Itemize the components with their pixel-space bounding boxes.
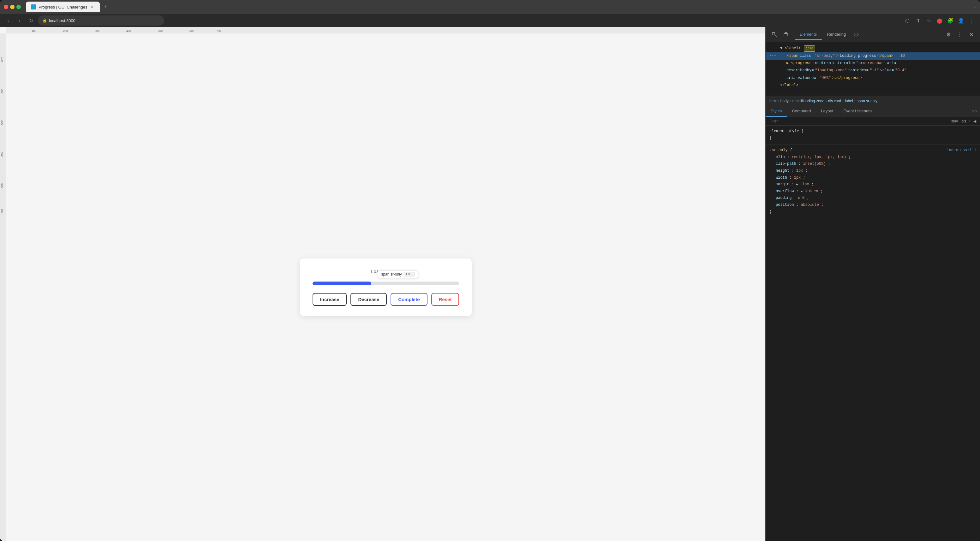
dom-line-progress: ▶ <progress indeterminate role= "progres…	[766, 60, 980, 67]
element-selector-button[interactable]	[769, 30, 780, 40]
bookmark-icon[interactable]: ☆	[924, 16, 933, 25]
style-prop-height: height : 1px ;	[769, 168, 976, 175]
styles-tab-computed[interactable]: Computed	[787, 106, 816, 117]
style-prop-overflow: overflow : ▶ hidden ;	[769, 188, 976, 195]
profile-icon[interactable]: 👤	[957, 16, 966, 25]
menu-button[interactable]: ⋮	[967, 16, 976, 25]
minimize-traffic-light[interactable]	[10, 5, 14, 9]
address-bar: ‹ › ↻ 🔒 localhost:3000 ⬡ ⬆ ☆ ⬤ 🧩 👤 ⋮	[0, 14, 980, 27]
dom-line-span-selected[interactable]: ••• <span class= "sr-only" > Loading pro…	[766, 53, 980, 60]
styles-tab-styles[interactable]: Styles	[766, 106, 787, 117]
ruler-tick-500: 500	[158, 29, 162, 32]
style-prop-width: width : 1px ;	[769, 175, 976, 181]
toolbar-icons: ⬡ ⬆ ☆ ⬤ 🧩 👤 ⋮	[903, 16, 976, 25]
breadcrumb-label[interactable]: label	[845, 99, 853, 103]
tab-bar: 🌐 Progress | GUI Challenges ✕ +	[26, 2, 970, 12]
style-prop-margin: margin : ▶ -1px ;	[769, 181, 976, 188]
devtools-more-button[interactable]: ⋮	[955, 30, 965, 40]
maximize-traffic-light[interactable]	[16, 5, 21, 9]
back-button[interactable]: ‹	[4, 16, 13, 25]
close-traffic-light[interactable]	[4, 5, 8, 9]
devtools-toolbar: Elements Rendering >> ⚙ ⋮ ✕	[766, 27, 980, 42]
browser-tab[interactable]: 🌐 Progress | GUI Challenges ✕	[26, 2, 100, 12]
buttons-row: Increase Decrease Complete Reset	[313, 293, 460, 306]
dom-line-close-label: </label>	[766, 82, 980, 89]
reset-button[interactable]: Reset	[431, 293, 460, 306]
breadcrumb-div[interactable]: div.card	[828, 99, 841, 103]
add-style-button[interactable]: +	[969, 119, 971, 123]
device-mode-button[interactable]	[781, 30, 791, 40]
page-content: Loading Level span.sr-only 1 × 1 Increas…	[6, 33, 765, 541]
ruler-tick-600: 600	[189, 29, 194, 32]
breadcrumb-span[interactable]: span.sr-only	[857, 99, 877, 103]
tab-close-button[interactable]: ✕	[90, 5, 95, 10]
card: Loading Level span.sr-only 1 × 1 Increas…	[300, 258, 472, 316]
filter-cls[interactable]: .cls	[961, 119, 966, 123]
svg-line-1	[775, 35, 777, 37]
ruler-tick-300: 300	[95, 29, 99, 32]
tooltip-size: 1 × 1	[404, 272, 415, 277]
url-text: localhost:3000	[49, 18, 75, 23]
tab-overflow-button[interactable]: ⌄	[973, 5, 976, 9]
new-tab-button[interactable]: +	[101, 3, 110, 12]
style-prop-clip: clip : rect(1px, 1px, 1px, 1px) ;	[769, 154, 976, 161]
cast-icon[interactable]: ⬡	[903, 16, 912, 25]
three-dots-icon: •••	[769, 53, 776, 59]
more-tabs-button[interactable]: >>	[851, 30, 862, 39]
styles-tab-layout[interactable]: Layout	[816, 106, 838, 117]
styles-tab-event-listeners[interactable]: Event Listeners	[838, 106, 877, 117]
settings-button[interactable]: ⚙	[943, 30, 953, 40]
dom-panel: ▼ <label> grid ••• <span class= "sr-only…	[766, 42, 980, 96]
dom-line-progress-3: aria-valuenow= "40%" >…</progress>	[766, 75, 980, 82]
tooltip: span.sr-only 1 × 1	[378, 270, 418, 278]
filter-bar: :hov .cls + ◀	[766, 117, 980, 126]
progress-container: span.sr-only 1 × 1	[313, 282, 460, 285]
browser-window: 🌐 Progress | GUI Challenges ✕ + ⌄ ‹ › ↻ …	[0, 0, 980, 541]
share-icon[interactable]: ⬆	[914, 16, 923, 25]
tab-favicon: 🌐	[31, 5, 36, 10]
complete-button[interactable]: Complete	[391, 293, 427, 306]
svg-rect-0	[772, 32, 775, 35]
close-devtools-button[interactable]: ✕	[966, 30, 976, 40]
ruler-tick-100: 100	[32, 29, 36, 32]
tab-rendering[interactable]: Rendering	[822, 29, 851, 40]
styles-tabs-more[interactable]: >>	[969, 106, 980, 117]
secure-icon: 🔒	[42, 18, 47, 23]
progress-bar-wrapper	[313, 282, 460, 285]
tab-elements[interactable]: Elements	[795, 29, 822, 40]
decrease-button[interactable]: Decrease	[350, 293, 387, 306]
dom-line-label: ▼ <label> grid	[766, 45, 980, 53]
ruler-tick-700: 700	[216, 29, 221, 32]
ruler-v-tick-600: 600	[1, 208, 4, 540]
style-prop-position: position : absolute ;	[769, 202, 976, 208]
style-block-sr-only: .sr-only { index.css:111 clip : rect(1px…	[766, 145, 980, 218]
devtools-toolbar-right: ⚙ ⋮ ✕	[943, 30, 976, 40]
svg-rect-2	[784, 33, 788, 36]
new-style-rule-button[interactable]: ◀	[974, 119, 976, 123]
devtools-panel: Elements Rendering >> ⚙ ⋮ ✕ ▼ <label> gr…	[765, 27, 980, 541]
filter-hov[interactable]: :hov	[951, 119, 958, 123]
url-bar[interactable]: 🔒 localhost:3000	[38, 16, 164, 25]
increase-button[interactable]: Increase	[313, 293, 347, 306]
breadcrumb-bar: html › body › main#loading-zone › div.ca…	[766, 96, 980, 106]
svg-rect-3	[785, 32, 787, 33]
ruler-top: 100 200 300 400 500 600 700	[6, 27, 765, 33]
breadcrumb-body[interactable]: body	[781, 99, 789, 103]
reload-button[interactable]: ↻	[27, 16, 35, 25]
forward-button[interactable]: ›	[15, 16, 24, 25]
styles-filter-input[interactable]	[769, 119, 948, 123]
ruler-tick-200: 200	[63, 29, 68, 32]
devtools-tabs: Elements Rendering >>	[795, 29, 942, 40]
dom-line-progress-2: describedby= "loading-zone" tabindex= "-…	[766, 67, 980, 74]
vpn-icon[interactable]: ⬤	[935, 16, 944, 25]
title-bar: 🌐 Progress | GUI Challenges ✕ + ⌄	[0, 0, 980, 14]
tooltip-selector: span.sr-only	[381, 272, 402, 277]
style-prop-padding: padding : ▶ 0 ;	[769, 195, 976, 202]
ruler-tick-400: 400	[126, 29, 131, 32]
traffic-lights	[4, 5, 21, 9]
tab-title: Progress | GUI Challenges	[38, 5, 87, 10]
styles-panel: Styles Computed Layout Event Listeners >…	[766, 106, 980, 541]
extension-icon[interactable]: 🧩	[946, 16, 955, 25]
breadcrumb-main[interactable]: main#loading-zone	[792, 99, 824, 103]
breadcrumb-html[interactable]: html	[769, 99, 777, 103]
